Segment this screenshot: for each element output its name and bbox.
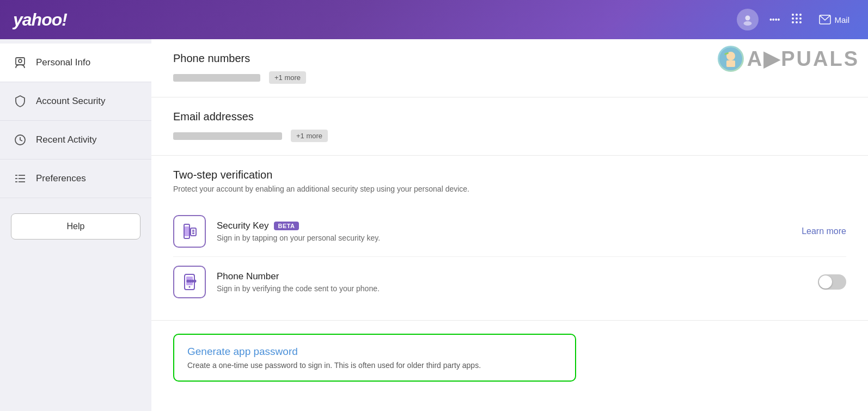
security-key-action[interactable]: Learn more — [802, 226, 846, 236]
sidebar-label-preferences: Preferences — [36, 173, 86, 184]
svg-point-34 — [189, 286, 191, 288]
phone-number-icon-box: **** — [173, 266, 206, 298]
mail-label: Mail — [834, 15, 849, 24]
list-icon — [13, 171, 27, 186]
svg-text:****: **** — [187, 280, 196, 284]
two-step-desc: Protect your account by enabling an addi… — [173, 185, 846, 193]
two-step-title: Two-step verification — [173, 169, 846, 181]
security-key-desc: Sign in by tapping on your personal secu… — [217, 234, 791, 242]
security-key-icon-box — [173, 215, 206, 248]
shield-icon — [13, 94, 27, 108]
header-username: •••• — [769, 15, 780, 24]
svg-point-8 — [792, 21, 794, 23]
svg-point-6 — [796, 17, 798, 20]
svg-point-3 — [796, 14, 798, 16]
svg-point-9 — [796, 21, 798, 23]
appuals-text: A▶PUALS — [747, 47, 859, 71]
app-password-section[interactable]: Generate app password Create a one-time … — [173, 334, 576, 382]
svg-point-1 — [743, 21, 751, 26]
email-redacted — [173, 132, 282, 140]
person-icon — [13, 56, 27, 70]
sidebar-item-account-security[interactable]: Account Security — [0, 82, 151, 121]
sidebar-label-personal-info: Personal Info — [36, 57, 90, 68]
avatar[interactable] — [737, 9, 759, 30]
svg-point-7 — [799, 17, 802, 20]
grid-icon[interactable] — [791, 13, 803, 27]
svg-rect-23 — [726, 60, 735, 67]
sidebar: Personal Info Account Security Recent Ac… — [0, 39, 151, 411]
phone-number-content: Phone Number Sign in by verifying the co… — [217, 271, 807, 293]
svg-rect-12 — [16, 58, 25, 65]
svg-point-13 — [19, 59, 22, 63]
svg-point-5 — [792, 17, 794, 20]
sidebar-label-account-security: Account Security — [36, 96, 106, 107]
security-key-title: Security Key BETA — [217, 220, 791, 231]
email-addresses-title: Email addresses — [173, 111, 846, 123]
phone-numbers-row: +1 more — [173, 71, 846, 84]
layout: Personal Info Account Security Recent Ac… — [0, 39, 868, 411]
clock-icon — [13, 133, 27, 147]
main-content: A▶PUALS Phone numbers +1 more Email addr… — [151, 39, 868, 411]
phone-number-title: Phone Number — [217, 271, 807, 282]
mail-button[interactable]: Mail — [814, 11, 855, 28]
email-addresses-row: +1 more — [173, 130, 846, 142]
phone-more-badge[interactable]: +1 more — [269, 71, 306, 84]
sidebar-label-recent-activity: Recent Activity — [36, 134, 97, 145]
beta-badge: BETA — [274, 222, 298, 230]
two-step-section: Two-step verification Protect your accou… — [151, 156, 868, 321]
phone-number-toggle[interactable] — [818, 274, 846, 290]
app-password-title[interactable]: Generate app password — [187, 346, 562, 358]
phone-number-action[interactable] — [818, 274, 846, 290]
svg-point-0 — [745, 16, 750, 21]
svg-point-2 — [792, 14, 794, 16]
learn-more-link[interactable]: Learn more — [802, 226, 846, 236]
svg-point-4 — [799, 14, 802, 16]
yahoo-logo[interactable]: yahoo! — [13, 10, 67, 30]
sidebar-item-preferences[interactable]: Preferences — [0, 160, 151, 198]
header: yahoo! •••• Mail — [0, 0, 868, 39]
security-key-item: Security Key BETA Sign in by tapping on … — [173, 206, 846, 257]
header-right: •••• Mail — [737, 9, 855, 30]
appuals-watermark: A▶PUALS — [718, 46, 859, 72]
email-addresses-section: Email addresses +1 more — [151, 97, 868, 156]
phone-number-item: **** Phone Number Sign in by verifying t… — [173, 257, 846, 307]
svg-rect-26 — [185, 226, 189, 236]
sidebar-item-personal-info[interactable]: Personal Info — [0, 44, 151, 82]
sidebar-item-recent-activity[interactable]: Recent Activity — [0, 121, 151, 160]
email-more-badge[interactable]: +1 more — [291, 130, 328, 142]
svg-point-10 — [799, 21, 802, 23]
phone-number-desc: Sign in by verifying the code sent to yo… — [217, 284, 807, 293]
help-button[interactable]: Help — [11, 213, 140, 240]
phone-redacted — [173, 74, 260, 82]
security-key-content: Security Key BETA Sign in by tapping on … — [217, 220, 791, 242]
app-password-desc: Create a one-time use password to sign i… — [187, 361, 562, 370]
